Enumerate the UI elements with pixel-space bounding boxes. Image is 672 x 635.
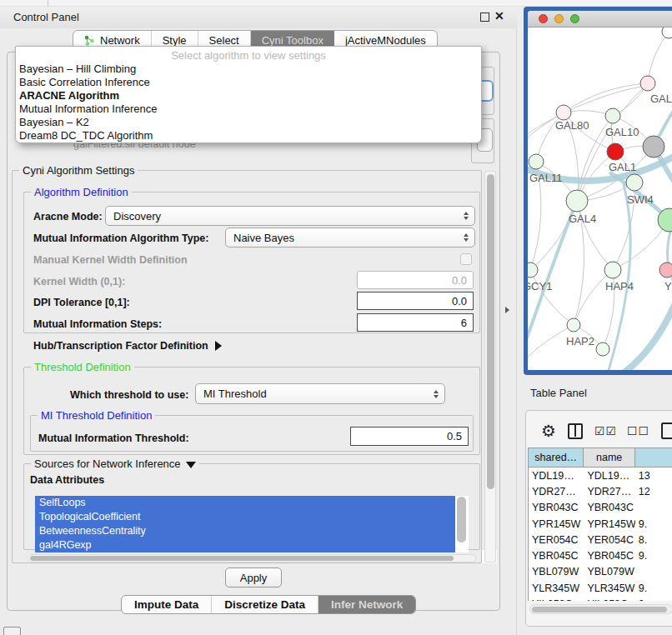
node-table[interactable]: shared…nameYDL19…YDL19…13YDR27…YDR27…12Y…	[528, 448, 672, 601]
mi-threshold-field[interactable]: 0.5	[350, 427, 469, 446]
tab-discretize-data[interactable]: Discretize Data	[212, 596, 318, 613]
aracne-mode-combobox[interactable]: Discovery	[105, 206, 475, 226]
data-attributes-label: Data Attributes	[30, 474, 104, 486]
kernel-width-field[interactable]: 0.0	[357, 271, 474, 289]
table-cell: 8.	[635, 532, 672, 548]
control-panel-title: Control Panel	[13, 11, 79, 23]
algorithm-option[interactable]: Basic Correlation Inference	[16, 76, 481, 89]
network-node[interactable]	[643, 136, 664, 158]
network-window-titlebar[interactable]	[528, 11, 672, 28]
table-row[interactable]: YBR045CYBR045C9.	[529, 548, 672, 563]
network-canvas[interactable]: GAL7GAL80GAL10GAL1GAL11SWI4GAL4GCY1HAP4Y…	[528, 28, 672, 370]
network-node[interactable]	[640, 76, 655, 91]
vscroll-thumb[interactable]	[487, 174, 494, 489]
attribute-list-item[interactable]: SelfLoops	[35, 496, 455, 510]
table-row[interactable]: YDL19…YDL19…13	[529, 468, 672, 483]
network-node-label: SWI4	[627, 193, 654, 206]
attribute-list-item[interactable]: BetweennessCentrality	[35, 524, 455, 538]
network-node[interactable]	[567, 318, 580, 332]
mi-algorithm-type-combobox[interactable]: Naive Bayes	[225, 228, 475, 248]
attribute-list-item[interactable]: gal4RGexp	[35, 538, 455, 552]
apply-button-label: Apply	[240, 572, 268, 584]
minimize-window-icon[interactable]	[554, 14, 564, 23]
table-cell: YLR345W	[529, 580, 584, 596]
table-cell	[635, 564, 672, 580]
algorithm-option[interactable]: Dream8 DC_TDC Algorithm	[16, 129, 481, 142]
mi-algorithm-type-label: Mutual Information Algorithm Type:	[33, 232, 208, 244]
algorithm-option[interactable]: ARACNE Algorithm	[16, 89, 481, 102]
tab-cyni-toolbox-label: Cyni Toolbox	[262, 34, 323, 47]
mi-steps-field[interactable]: 6	[357, 313, 474, 332]
table-cell: YLR345W	[584, 580, 634, 596]
table-row[interactable]: YPR145WYPR145W9.	[529, 516, 672, 532]
cyni-bottom-tabbar: Impute Data Discretize Data Infer Networ…	[121, 595, 416, 614]
table-row[interactable]: YER054CYER054C8.	[529, 532, 672, 548]
dpi-tolerance-field[interactable]: 0.0	[357, 292, 474, 310]
tab-impute-data[interactable]: Impute Data	[122, 596, 212, 613]
table-cell: YIL053C	[584, 596, 634, 601]
which-threshold-combobox[interactable]: MI Threshold	[195, 383, 445, 404]
mi-threshold-label: Mutual Information Threshold:	[38, 432, 189, 444]
table-cell: YER054C	[584, 532, 634, 548]
table-row[interactable]: YIL053CYIL053C0.	[529, 596, 672, 601]
table-column-header[interactable]	[635, 448, 672, 467]
collapse-arrow-icon	[186, 462, 196, 468]
tab-infer-network[interactable]: Infer Network	[318, 596, 415, 613]
file-icon[interactable]	[661, 422, 672, 439]
network-node[interactable]	[596, 342, 609, 356]
network-node[interactable]	[529, 154, 544, 169]
columns-icon[interactable]	[568, 423, 583, 439]
table-row[interactable]: YLR345WYLR345W9.	[529, 580, 672, 596]
float-panel-icon[interactable]	[480, 12, 489, 22]
data-attributes-list[interactable]: SelfLoopsTopologicalCoefficientBetweenne…	[35, 496, 469, 552]
algorithm-option[interactable]: Bayesian – K2	[16, 116, 481, 129]
table-cell: YDL19…	[529, 468, 584, 483]
network-node[interactable]	[605, 108, 620, 123]
top-strip-divider	[48, 0, 48, 7]
network-node[interactable]	[604, 262, 621, 278]
network-node[interactable]	[659, 262, 672, 278]
table-horizontal-scrollbar[interactable]	[529, 604, 672, 614]
tab-select-label: Select	[209, 34, 239, 47]
algorithm-option[interactable]: Mutual Information Inference	[16, 102, 481, 116]
zoom-window-icon[interactable]	[570, 14, 579, 23]
table-cell: YIL053C	[529, 596, 584, 601]
checked-boxes-icon[interactable]: ☑☑	[594, 424, 617, 438]
network-node[interactable]	[626, 174, 643, 191]
table-row[interactable]: YBR043CYBR043C	[529, 500, 672, 516]
minimized-panel-widget[interactable]	[3, 627, 21, 635]
panel-splitter-handle[interactable]	[505, 307, 509, 313]
stepper-arrows-icon	[464, 233, 469, 242]
attribute-list-item[interactable]: TopologicalCoefficient	[35, 510, 455, 524]
tab-discretize-data-label: Discretize Data	[224, 598, 305, 611]
settings-vertical-scrollbar[interactable]	[484, 171, 496, 562]
table-row[interactable]: YDR27…YDR27…12	[529, 483, 672, 499]
hscroll-thumb[interactable]	[30, 556, 454, 561]
unchecked-boxes-icon[interactable]: ☐☐	[627, 424, 649, 438]
dpi-tolerance-label: DPI Tolerance [0,1]:	[33, 297, 130, 308]
attributes-scrollbar[interactable]	[457, 497, 466, 542]
table-column-header[interactable]: shared…	[529, 448, 584, 467]
table-hscroll-thumb[interactable]	[532, 607, 667, 612]
close-panel-icon[interactable]: ✕	[494, 9, 504, 22]
settings-horizontal-scrollbar[interactable]	[28, 554, 476, 562]
network-node[interactable]	[607, 143, 624, 160]
algorithm-option[interactable]: Bayesian – Hill Climbing	[16, 62, 481, 76]
table-row[interactable]: YBL079WYBL079W	[529, 564, 672, 580]
hub-definition-toggle[interactable]: Hub/Transcription Factor Definition	[33, 340, 222, 352]
kernel-width-label: Kernel Width (0,1):	[33, 276, 125, 288]
apply-button[interactable]: Apply	[225, 568, 282, 588]
network-node[interactable]	[566, 190, 588, 212]
table-column-header[interactable]: name	[584, 448, 634, 467]
network-node[interactable]	[556, 105, 571, 120]
network-node[interactable]	[662, 28, 672, 38]
sources-title[interactable]: Sources for Network Inference	[31, 458, 199, 470]
manual-kernel-width-checkbox[interactable]	[460, 253, 472, 265]
tab-jactivemnodules-label: jActiveMNodules	[345, 34, 426, 47]
gear-icon[interactable]: ⚙	[541, 421, 556, 441]
stepper-arrows-icon	[434, 390, 439, 398]
which-threshold-value: MI Threshold	[203, 388, 267, 400]
close-window-icon[interactable]	[539, 14, 548, 23]
table-toolbar: ⚙ ☑☑ ☐☐	[526, 418, 672, 444]
mi-algorithm-type-value: Naive Bayes	[233, 232, 294, 244]
